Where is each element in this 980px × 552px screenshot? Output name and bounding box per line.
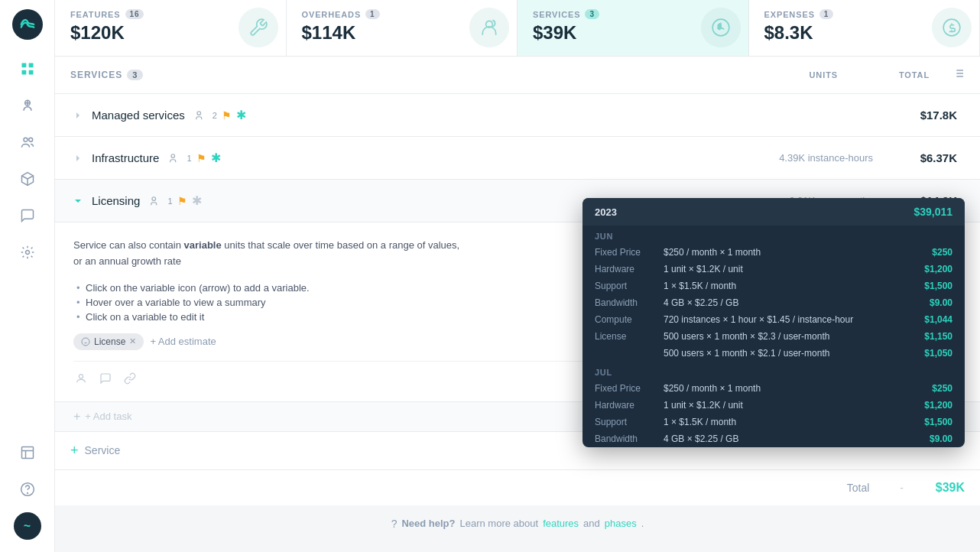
add-service-label: Service bbox=[85, 444, 121, 456]
popup-type: License bbox=[595, 331, 664, 342]
total-dash: - bbox=[900, 482, 904, 494]
breakdown-popup: 2023 $39,011 JUN Fixed Price $250 / mont… bbox=[582, 198, 965, 447]
managed-services-name: Managed services bbox=[92, 109, 185, 122]
popup-row: Bandwidth 4 GB × $2.25 / GB $9.00 bbox=[582, 430, 965, 447]
managed-total: $17.8K bbox=[904, 109, 957, 122]
popup-value: $1,500 bbox=[910, 417, 952, 427]
header-units-label: UNITS bbox=[810, 70, 838, 80]
filter-icon[interactable] bbox=[952, 67, 965, 83]
infra-units: 4.39K instance-hours bbox=[751, 152, 873, 164]
phases-link[interactable]: phases bbox=[605, 518, 637, 529]
features-link[interactable]: features bbox=[543, 518, 579, 529]
infra-users-icon bbox=[167, 151, 182, 166]
sidebar-item-settings[interactable] bbox=[11, 235, 44, 269]
sidebar-item-help[interactable] bbox=[11, 472, 44, 506]
licensing-asterisk-icon: ✱ bbox=[192, 193, 202, 208]
sidebar-item-team[interactable] bbox=[11, 125, 44, 159]
popup-value: $1,050 bbox=[910, 348, 952, 359]
add-task-plus: + bbox=[73, 410, 80, 424]
service-row-infrastructure: Infrastructure 1 ⚑ ✱ 4.39K instance-hour… bbox=[55, 137, 980, 180]
svg-point-5 bbox=[24, 138, 28, 141]
popup-value: $1,200 bbox=[910, 264, 952, 274]
popup-row: Compute 720 instances × 1 hour × $1.45 /… bbox=[582, 311, 965, 328]
card-overheads[interactable]: OVERHEADS 1 $114K bbox=[287, 0, 518, 56]
popup-row: Bandwidth 4 GB × $2.25 / GB $9.00 bbox=[582, 294, 965, 311]
popup-row: Fixed Price $250 / month × 1 month $250 bbox=[582, 244, 965, 261]
infra-flag-icon: ⚑ bbox=[196, 152, 206, 164]
add-service-plus: + bbox=[70, 443, 79, 459]
svg-point-7 bbox=[25, 251, 29, 255]
svg-point-22 bbox=[197, 111, 201, 115]
popup-body: JUN Fixed Price $250 / month × 1 month $… bbox=[582, 226, 965, 447]
svg-point-6 bbox=[28, 138, 32, 141]
total-label: Total bbox=[70, 482, 869, 494]
comment-action-icon[interactable] bbox=[98, 371, 113, 386]
popup-type: Fixed Price bbox=[595, 383, 664, 394]
sidebar-item-building[interactable] bbox=[11, 436, 44, 469]
card-services-label: SERVICES bbox=[533, 10, 580, 19]
card-expenses-label: EXPENSES bbox=[764, 10, 815, 19]
managed-asterisk-icon: ✱ bbox=[236, 108, 246, 122]
card-overheads-badge: 1 bbox=[365, 9, 379, 19]
popup-value: $250 bbox=[910, 247, 952, 258]
card-features-badge: 16 bbox=[125, 9, 144, 19]
svg-rect-0 bbox=[21, 63, 26, 68]
popup-type: Support bbox=[595, 417, 664, 427]
popup-value: $1,500 bbox=[910, 281, 952, 291]
help-text-middle: Learn more about bbox=[460, 518, 539, 529]
svg-text:$: $ bbox=[717, 23, 721, 31]
sidebar-item-grid[interactable] bbox=[11, 52, 44, 86]
popup-desc: 1 × $1.5K / month bbox=[664, 417, 910, 427]
total-row: Total - $39K bbox=[55, 470, 980, 505]
user-action-icon[interactable] bbox=[73, 371, 89, 386]
popup-total-value: $39,011 bbox=[913, 206, 952, 218]
header-total-label: TOTAL bbox=[899, 70, 930, 80]
logo[interactable] bbox=[12, 9, 43, 40]
popup-desc: $250 / month × 1 month bbox=[664, 247, 910, 258]
popup-type: Bandwidth bbox=[595, 297, 664, 308]
popup-type: Bandwidth bbox=[595, 433, 664, 444]
card-services-badge: 3 bbox=[585, 9, 599, 19]
popup-value: $1,200 bbox=[910, 400, 952, 411]
row-toggle-managed[interactable] bbox=[70, 108, 86, 123]
popup-desc: 500 users × 1 month × $2.3 / user-month bbox=[664, 331, 910, 342]
user-avatar[interactable]: ~ bbox=[14, 512, 41, 540]
main-content: FEATURES 16 $120K OVERHEADS 1 $114K SERV… bbox=[55, 0, 980, 552]
popup-desc: 4 GB × $2.25 / GB bbox=[664, 433, 910, 444]
svg-point-23 bbox=[171, 154, 175, 157]
row-toggle-licensing[interactable] bbox=[70, 193, 86, 209]
license-tag[interactable]: License ✕ bbox=[73, 333, 144, 350]
services-icon-bg: $ bbox=[701, 8, 741, 47]
card-overheads-label: OVERHEADS bbox=[302, 10, 362, 19]
popup-type: Support bbox=[595, 281, 664, 291]
add-estimate-button[interactable]: + Add estimate bbox=[150, 336, 216, 347]
popup-value: $250 bbox=[910, 383, 952, 394]
sidebar-item-messages[interactable] bbox=[11, 199, 44, 232]
row-toggle-infra[interactable] bbox=[70, 151, 86, 166]
popup-row: 500 users × 1 month × $2.1 / user-month … bbox=[582, 345, 965, 362]
licensing-users-count: 1 bbox=[167, 196, 172, 206]
card-expenses-badge: 1 bbox=[819, 9, 833, 19]
features-icon-bg bbox=[239, 8, 278, 47]
services-header: SERVICES 3 UNITS TOTAL bbox=[55, 57, 980, 94]
card-expenses[interactable]: EXPENSES 1 $8.3K bbox=[749, 0, 981, 56]
card-features[interactable]: FEATURES 16 $120K bbox=[55, 0, 287, 56]
infrastructure-name: Infrastructure bbox=[92, 151, 159, 164]
tag-close-button[interactable]: ✕ bbox=[129, 336, 136, 346]
popup-type: Hardware bbox=[595, 264, 664, 274]
sidebar-item-costs[interactable] bbox=[11, 89, 44, 122]
popup-value: $1,044 bbox=[910, 314, 952, 325]
services-count-badge: 3 bbox=[127, 70, 143, 80]
popup-desc: 1 × $1.5K / month bbox=[664, 281, 910, 291]
link-action-icon[interactable] bbox=[122, 371, 138, 386]
popup-desc: 500 users × 1 month × $2.1 / user-month bbox=[664, 348, 910, 359]
popup-desc: 720 instances × 1 hour × $1.45 / instanc… bbox=[664, 314, 910, 325]
card-features-label: FEATURES bbox=[70, 10, 121, 19]
sidebar-item-products[interactable] bbox=[11, 162, 44, 196]
card-services[interactable]: SERVICES 3 $39K $ bbox=[518, 0, 749, 56]
licensing-name: Licensing bbox=[92, 194, 140, 207]
help-text-before: Need help? bbox=[401, 518, 455, 529]
help-circle-icon: ? bbox=[391, 518, 398, 530]
info-paragraph: Service can also contain variable units … bbox=[73, 238, 471, 270]
popup-header: 2023 $39,011 bbox=[582, 198, 965, 226]
